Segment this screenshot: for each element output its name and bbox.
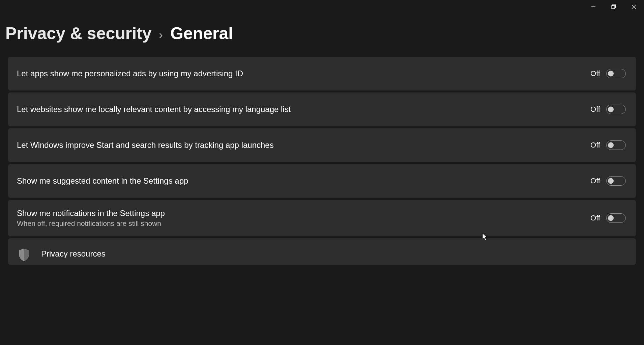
maximize-button[interactable] [604,1,624,13]
toggle-knob [608,142,614,148]
setting-control: Off [590,105,626,114]
setting-title: Show me suggested content in the Setting… [17,176,188,186]
toggle-state-label: Off [590,214,600,222]
page-title: General [170,24,233,43]
setting-notifications[interactable]: Show me notifications in the Settings ap… [8,200,636,236]
breadcrumb: Privacy & security › General [5,24,637,43]
toggle-switch[interactable] [606,176,626,186]
svg-rect-2 [612,6,615,9]
setting-app-launches[interactable]: Let Windows improve Start and search res… [8,128,636,162]
setting-title: Show me notifications in the Settings ap… [17,209,165,218]
privacy-resources-card[interactable]: Privacy resources [8,238,636,265]
minimize-button[interactable] [583,1,604,13]
resource-title: Privacy resources [41,249,106,259]
toggle-knob [608,71,614,77]
toggle-state-label: Off [590,69,600,78]
setting-title: Let websites show me locally relevant co… [17,105,291,114]
setting-subtitle: When off, required notifications are sti… [17,219,165,228]
toggle-state-label: Off [590,141,600,150]
toggle-state-label: Off [590,177,600,185]
toggle-knob [608,178,614,184]
close-button[interactable] [624,1,644,13]
toggle-knob [608,215,614,221]
toggle-state-label: Off [590,105,600,114]
setting-control: Off [590,140,626,150]
setting-text: Let websites show me locally relevant co… [17,105,291,114]
setting-language-list[interactable]: Let websites show me locally relevant co… [8,92,636,126]
setting-text: Let apps show me personalized ads by usi… [17,69,243,78]
setting-suggested-content[interactable]: Show me suggested content in the Setting… [8,164,636,198]
setting-advertising-id[interactable]: Let apps show me personalized ads by usi… [8,57,636,90]
window-titlebar [583,0,644,14]
setting-control: Off [590,213,626,223]
setting-control: Off [590,69,626,78]
toggle-knob [608,107,614,112]
settings-list: Let apps show me personalized ads by usi… [7,57,637,265]
toggle-switch[interactable] [606,69,626,78]
shield-icon [17,248,31,262]
breadcrumb-parent[interactable]: Privacy & security [5,24,152,43]
toggle-switch[interactable] [606,105,626,114]
toggle-switch[interactable] [606,140,626,150]
setting-text: Show me suggested content in the Setting… [17,176,188,186]
setting-title: Let apps show me personalized ads by usi… [17,69,243,78]
setting-text: Show me notifications in the Settings ap… [17,209,165,228]
setting-control: Off [590,176,626,186]
setting-text: Let Windows improve Start and search res… [17,140,274,150]
setting-title: Let Windows improve Start and search res… [17,140,274,150]
chevron-right-icon: › [159,28,163,41]
toggle-switch[interactable] [606,213,626,223]
